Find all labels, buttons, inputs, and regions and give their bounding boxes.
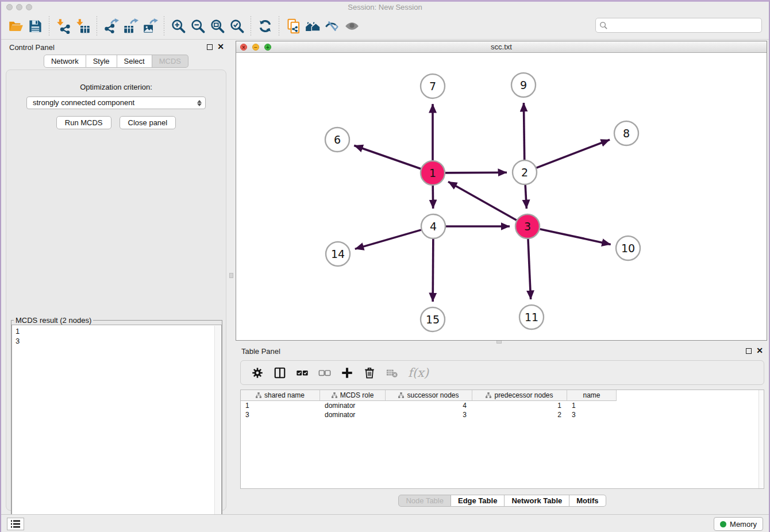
close-table-panel-icon[interactable]: ✕ (756, 346, 763, 354)
zoom-selected-button[interactable] (227, 16, 247, 36)
column-header-name[interactable]: name (567, 390, 617, 401)
graph-edge-3-10[interactable] (540, 229, 610, 245)
search-input[interactable] (608, 21, 758, 30)
function-builder-icon[interactable]: f(x) (408, 366, 429, 380)
delete-table-icon[interactable] (386, 367, 398, 379)
delete-row-icon[interactable] (363, 367, 376, 379)
float-table-panel-icon[interactable] (746, 348, 752, 354)
toolbar-separator (279, 16, 279, 36)
control-panel: Control Panel ✕ Network Style Select MCD… (2, 40, 230, 513)
list-icon (10, 519, 21, 529)
table-toolbar: f(x) (240, 360, 764, 385)
graph-edge-3-1[interactable] (448, 182, 517, 220)
columns-icon[interactable] (274, 367, 286, 379)
export-image-button[interactable] (140, 16, 160, 36)
column-header-mcds-role[interactable]: MCDS role (320, 390, 386, 401)
mcds-result-text[interactable]: 1 3 (11, 325, 222, 532)
select-all-icon[interactable] (296, 367, 309, 379)
graph-node-6[interactable]: 6 (325, 128, 349, 152)
graph-edge-2-8[interactable] (537, 140, 610, 168)
graph-edge-1-2[interactable] (445, 172, 507, 173)
node-table[interactable]: shared name MCDS role successor nodes (240, 390, 764, 489)
export-table-button[interactable] (121, 16, 140, 36)
tab-select[interactable]: Select (117, 55, 152, 68)
import-table-button[interactable] (73, 16, 93, 36)
open-session-button[interactable] (6, 16, 25, 36)
run-mcds-button[interactable]: Run MCDS (56, 116, 111, 129)
tab-edge-table[interactable]: Edge Table (451, 495, 505, 507)
import-table-icon (75, 18, 91, 34)
table-panel: Table Panel ✕ (234, 344, 770, 512)
zoom-in-button[interactable] (168, 16, 188, 36)
network-window-titlebar[interactable]: × − + scc.txt (236, 41, 767, 53)
graph-node-3[interactable]: 3 (515, 214, 540, 238)
graph-edge-2-3[interactable] (525, 185, 526, 209)
vertical-splitter-handle[interactable] (229, 273, 233, 278)
dropdown-stepper-icon (196, 99, 202, 107)
task-list-button[interactable] (7, 518, 24, 530)
close-panel-button[interactable]: Close panel (120, 116, 176, 129)
import-network-button[interactable] (53, 16, 73, 36)
graphics-details-button[interactable] (322, 16, 342, 36)
network-graph[interactable]: 7968124314101511 (236, 53, 767, 340)
home-networks-button[interactable] (303, 16, 322, 36)
graph-node-9[interactable]: 9 (511, 73, 536, 97)
cell-predecessor-nodes: 2 (472, 410, 567, 419)
zoom-out-icon (190, 18, 206, 34)
graph-edge-3-11[interactable] (528, 239, 531, 299)
graph-node-4[interactable]: 4 (421, 214, 445, 238)
graph-edge-2-9[interactable] (523, 103, 524, 160)
mcds-scrollbar[interactable] (214, 326, 221, 532)
memory-button[interactable]: Memory (714, 517, 763, 531)
table-row[interactable]: 1 dominator 4 1 1 (241, 401, 764, 410)
save-session-button[interactable] (25, 16, 45, 36)
zoom-fit-icon (210, 18, 225, 34)
deselect-all-icon[interactable] (318, 367, 331, 379)
svg-text:15: 15 (426, 313, 440, 326)
float-panel-icon[interactable] (207, 44, 213, 50)
control-panel-header: Control Panel ✕ (2, 40, 230, 55)
graph-edge-4-14[interactable] (355, 230, 421, 249)
criterion-dropdown[interactable]: strongly connected component (26, 97, 206, 109)
show-hide-button[interactable] (342, 16, 361, 36)
tab-mcds[interactable]: MCDS (152, 55, 188, 68)
tab-style[interactable]: Style (86, 55, 117, 68)
duplicate-network-icon (286, 18, 301, 34)
cell-shared-name: 1 (241, 401, 320, 410)
zoom-in-icon (171, 18, 186, 34)
graph-node-15[interactable]: 15 (421, 307, 445, 331)
tab-network[interactable]: Network (44, 55, 86, 68)
toolbar-separator (97, 16, 97, 36)
graph-node-10[interactable]: 10 (616, 236, 640, 260)
search-icon (599, 21, 608, 30)
graph-node-14[interactable]: 14 (326, 242, 350, 266)
table-row[interactable]: 3 dominator 3 2 3 (241, 410, 764, 419)
graph-node-8[interactable]: 8 (614, 121, 638, 145)
zoom-fit-button[interactable] (207, 16, 227, 36)
close-panel-icon[interactable]: ✕ (217, 43, 224, 51)
control-panel-tabs: Network Style Select MCDS (2, 55, 230, 68)
tab-motifs[interactable]: Motifs (569, 495, 606, 507)
gear-icon[interactable] (251, 367, 264, 379)
column-header-shared-name[interactable]: shared name (241, 390, 320, 401)
graph-node-1[interactable]: 1 (421, 161, 445, 185)
tab-network-table[interactable]: Network Table (505, 495, 569, 507)
graph-node-11[interactable]: 11 (519, 305, 544, 329)
search-box[interactable] (595, 18, 762, 33)
export-network-button[interactable] (101, 16, 121, 36)
graph-edge-4-15[interactable] (433, 239, 433, 302)
tab-node-table[interactable]: Node Table (398, 495, 451, 507)
graph-edge-1-6[interactable] (354, 145, 421, 169)
add-row-icon[interactable] (341, 367, 353, 379)
table-scrollbar[interactable] (759, 390, 764, 488)
graph-node-2[interactable]: 2 (513, 160, 537, 184)
zoom-out-button[interactable] (188, 16, 207, 36)
optimization-criterion-label: Optimization criterion: (6, 83, 226, 91)
graph-node-7[interactable]: 7 (421, 74, 445, 98)
update-network-button[interactable] (255, 16, 275, 36)
mcds-result-title: MCDS result (2 nodes) (14, 316, 93, 325)
cell-predecessor-nodes: 1 (472, 401, 567, 410)
column-header-predecessor-nodes[interactable]: predecessor nodes (472, 390, 567, 401)
column-header-successor-nodes[interactable]: successor nodes (386, 390, 472, 401)
duplicate-network-button[interactable] (283, 16, 303, 36)
